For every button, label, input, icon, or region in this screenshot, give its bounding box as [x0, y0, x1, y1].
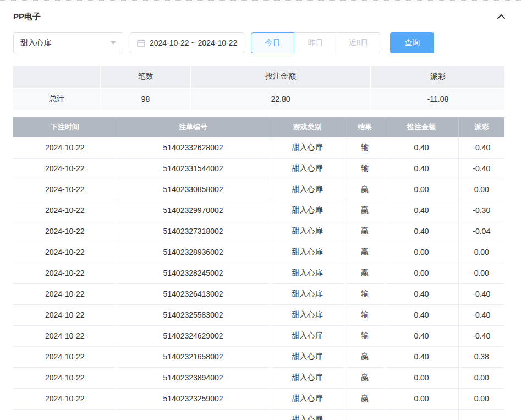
date-range-input[interactable]: 2024-10-22 ~ 2024-10-22: [130, 32, 244, 53]
cell-order-number: 51402331544002: [117, 158, 270, 179]
cell-order-number: 51402332628002: [117, 137, 270, 158]
chevron-down-icon: [111, 41, 116, 45]
cell-result: 输: [345, 137, 385, 158]
chevron-up-icon: [497, 14, 506, 19]
records-panel: PP电子 甜入心扉 2024-10-22 ~ 2024-10-22 今日昨日近8…: [0, 0, 521, 420]
cell-result: 赢: [345, 263, 385, 283]
cell-payout: -0.40: [458, 304, 504, 325]
cell-bet-time: 2024-10-22: [13, 200, 117, 221]
bets-body: 2024-10-2251402332628002甜入心扉输0.40-0.4020…: [13, 137, 504, 420]
cell-payout: -0.30: [458, 200, 504, 221]
cell-bet-time: 2024-10-22: [13, 304, 117, 325]
collapse-button[interactable]: [496, 11, 507, 22]
cell-payout: 0.00: [458, 263, 504, 283]
cell-order-number: 51402328936002: [117, 242, 270, 263]
table-row: 2024-10-2251402324629002甜入心扉输0.40-0.40: [13, 325, 504, 346]
cell-payout: -0.40: [458, 325, 504, 346]
summary-table: 笔数投注金额派彩 总计 98 22.80 -11.08: [13, 66, 504, 110]
query-button[interactable]: 查询: [390, 32, 434, 53]
cell-game-category: 甜入心扉: [270, 242, 345, 263]
summary-total-label: 总计: [13, 88, 101, 110]
cell-result: 赢: [345, 200, 385, 221]
cell-game-category: 甜入心扉: [270, 179, 345, 200]
cell-result: 赢: [345, 388, 385, 409]
table-row: 2024-10-2251402330858002甜入心扉赢0.000.00: [13, 179, 504, 200]
cell-bet-time: 2024-10-22: [13, 263, 117, 283]
table-row: 2024-10-2251402326413002甜入心扉输0.40-0.40: [13, 283, 504, 304]
cell-bet-amount: 0.40: [385, 304, 458, 325]
summary-col-header-1: 笔数: [101, 66, 191, 88]
table-row: 2024-10-2251402321658002甜入心扉赢0.400.38: [13, 346, 504, 367]
cell-bet-amount: 0.40: [385, 346, 458, 367]
cell-order-number: [117, 409, 270, 420]
cell-order-number: 51402327318002: [117, 221, 270, 242]
summary-total-row: 总计 98 22.80 -11.08: [13, 88, 504, 110]
game-select[interactable]: 甜入心扉: [13, 32, 123, 53]
cell-result: 赢: [345, 221, 385, 242]
cell-payout: 0.38: [458, 346, 504, 367]
cell-bet-time: 2024-10-22: [13, 158, 117, 179]
cell-result: 输: [345, 158, 385, 179]
cell-bet-time: 2024-10-22: [13, 346, 117, 367]
cell-order-number: 51402330858002: [117, 179, 270, 200]
cell-game-category: 甜入心扉: [270, 388, 345, 409]
table-row: 甜入心扉: [13, 409, 504, 420]
cell-result: 输: [345, 283, 385, 304]
cell-bet-time: 2024-10-22: [13, 325, 117, 346]
bets-col-header-1: 注单编号: [117, 117, 270, 137]
quick-filter-button-1[interactable]: 昨日: [294, 32, 337, 53]
quick-filter-button-0[interactable]: 今日: [251, 32, 294, 53]
bets-header-row: 下注时间注单编号游戏类别结果投注金额派彩: [13, 117, 504, 137]
cell-payout: -0.40: [458, 283, 504, 304]
cell-game-category: 甜入心扉: [270, 221, 345, 242]
cell-bet-time: [13, 409, 117, 420]
summary-col-header-2: 投注金额: [191, 66, 371, 88]
cell-game-category: 甜入心扉: [270, 283, 345, 304]
cell-bet-amount: 0.40: [385, 158, 458, 179]
table-row: 2024-10-2251402323894002甜入心扉赢0.000.00: [13, 367, 504, 388]
summary-header-row: 笔数投注金额派彩: [13, 66, 504, 88]
cell-game-category: 甜入心扉: [270, 263, 345, 283]
cell-payout: 0.00: [458, 388, 504, 409]
cell-bet-time: 2024-10-22: [13, 242, 117, 263]
quick-filter-button-2[interactable]: 近8日: [337, 32, 380, 53]
date-range-value: 2024-10-22 ~ 2024-10-22: [150, 39, 237, 47]
cell-payout: -0.40: [458, 158, 504, 179]
cell-bet-amount: 0.00: [385, 179, 458, 200]
cell-order-number: 51402323259002: [117, 388, 270, 409]
cell-game-category: 甜入心扉: [270, 158, 345, 179]
cell-game-category: 甜入心扉: [270, 200, 345, 221]
cell-order-number: 51402329970002: [117, 200, 270, 221]
cell-bet-amount: 0.00: [385, 263, 458, 283]
cell-order-number: 51402324629002: [117, 325, 270, 346]
bets-col-header-4: 投注金额: [385, 117, 458, 137]
table-row: 2024-10-2251402327318002甜入心扉赢0.40-0.04: [13, 221, 504, 242]
cell-bet-amount: 0.00: [385, 242, 458, 263]
cell-result: 赢: [345, 346, 385, 367]
bets-col-header-3: 结果: [345, 117, 385, 137]
cell-bet-time: 2024-10-22: [13, 367, 117, 388]
cell-payout: 0.00: [458, 367, 504, 388]
cell-bet-amount: 0.40: [385, 200, 458, 221]
cell-bet-time: 2024-10-22: [13, 221, 117, 242]
page-title: PP电子: [13, 12, 41, 22]
cell-order-number: 51402326413002: [117, 283, 270, 304]
cell-result: 赢: [345, 367, 385, 388]
cell-result: [345, 409, 385, 420]
table-row: 2024-10-2251402325583002甜入心扉输0.40-0.40: [13, 304, 504, 325]
cell-game-category: 甜入心扉: [270, 346, 345, 367]
calendar-icon: [137, 39, 145, 47]
cell-bet-amount: 0.40: [385, 283, 458, 304]
cell-game-category: 甜入心扉: [270, 304, 345, 325]
cell-game-category: 甜入心扉: [270, 367, 345, 388]
section-header: PP电子: [0, 1, 521, 32]
summary-payout: -11.08: [371, 88, 504, 110]
filter-bar: 甜入心扉 2024-10-22 ~ 2024-10-22 今日昨日近8日 查询: [0, 32, 521, 53]
cell-game-category: 甜入心扉: [270, 409, 345, 420]
cell-result: 输: [345, 325, 385, 346]
cell-bet-amount: 0.40: [385, 221, 458, 242]
bets-table: 下注时间注单编号游戏类别结果投注金额派彩 2024-10-22514023326…: [13, 117, 504, 420]
cell-bet-time: 2024-10-22: [13, 179, 117, 200]
summary-col-header-0: [13, 66, 101, 88]
cell-bet-amount: 0.00: [385, 388, 458, 409]
